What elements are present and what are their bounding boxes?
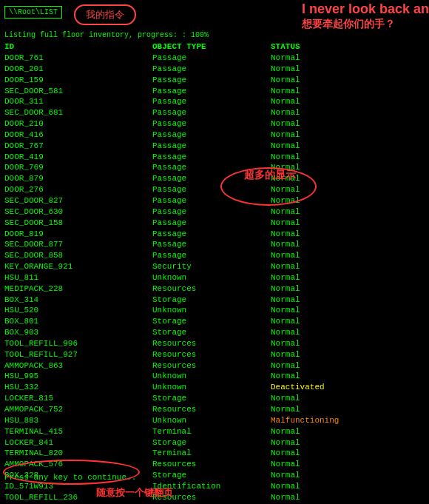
row-id: LOCKER_841: [4, 437, 152, 448]
header-type: OBJECT TYPE: [152, 42, 271, 51]
table-row: DOOR_276PassageNormal: [4, 184, 425, 195]
row-type: Storage: [152, 437, 271, 448]
row-id: HSU_332: [4, 382, 152, 393]
table-row: SEC_DOOR_877PassageNormal: [4, 239, 425, 250]
row-type: Unknown: [152, 382, 271, 393]
row-status: Normal: [271, 492, 359, 503]
row-type: Passage: [152, 152, 271, 163]
row-type: Storage: [152, 393, 271, 404]
row-type: Resources: [152, 338, 271, 349]
row-status: Normal: [271, 272, 359, 283]
table-row: DOOR_769PassageNormal: [4, 162, 425, 173]
row-type: Storage: [152, 470, 271, 481]
row-id: TOOL_REFILL_927: [4, 349, 152, 360]
status-line: Listing full floor inventory, progress: …: [0, 31, 429, 39]
table-row: DOOR_879PassageNormal: [4, 173, 425, 184]
row-id: AMMOPACK_752: [4, 404, 152, 415]
table-row: SEC_DOOR_158PassageNormal: [4, 218, 425, 229]
row-status: Normal: [271, 152, 359, 163]
row-type: Passage: [152, 118, 271, 130]
table-row: SEC_DOOR_581PassageNormal: [4, 86, 425, 97]
row-type: Security: [152, 261, 271, 272]
row-type: Passage: [152, 184, 271, 195]
table-row: SEC_DOOR_858PassageNormal: [4, 250, 425, 261]
row-type: Passage: [152, 53, 271, 64]
row-status: Normal: [271, 459, 359, 470]
table-row: DOOR_419PassageNormal: [4, 152, 425, 163]
root-list-button[interactable]: \\Root\LIST: [4, 6, 62, 19]
row-type: Passage: [152, 173, 271, 184]
row-status: Normal: [271, 393, 359, 404]
row-type: Passage: [152, 206, 271, 218]
row-id: AMMOPACK_576: [4, 459, 152, 470]
row-id: HSU_883: [4, 415, 152, 426]
press-any-annotation: 随意按一个键翻页: [96, 486, 173, 500]
row-type: Unknown: [152, 272, 271, 283]
row-id: DOOR_210: [4, 118, 152, 130]
row-type: Terminal: [152, 426, 271, 437]
right-line1: I never look back an: [302, 1, 429, 18]
table-row: SEC_DOOR_630PassageNormal: [4, 206, 425, 218]
table-row: TOOL_REFILL_927ResourcesNormal: [4, 349, 425, 360]
row-id: DOOR_311: [4, 96, 152, 107]
row-id: MEDIPACK_228: [4, 283, 152, 295]
row-status: Normal: [271, 470, 359, 481]
row-type: Unknown: [152, 415, 271, 426]
row-status: Normal: [271, 250, 359, 261]
row-type: Resources: [152, 360, 271, 372]
row-status: Normal: [271, 53, 359, 64]
right-line2: 想要牵起你们的手？: [302, 18, 429, 30]
row-type: Passage: [152, 229, 271, 240]
row-id: SEC_DOOR_681: [4, 107, 152, 118]
row-id: BOX_903: [4, 327, 152, 338]
row-type: Passage: [152, 96, 271, 107]
table-row: TERMINAL_415TerminalNormal: [4, 426, 425, 437]
row-status: Normal: [271, 404, 359, 415]
row-status: Normal: [271, 75, 359, 86]
my-command-bubble: 我的指令: [74, 4, 136, 25]
row-status: Normal: [271, 239, 359, 250]
row-type: Passage: [152, 239, 271, 250]
row-type: Passage: [152, 130, 271, 141]
row-type: Resources: [152, 283, 271, 295]
table-row: DOOR_311PassageNormal: [4, 96, 425, 107]
table-row: AMMOPACK_576ResourcesNormal: [4, 459, 425, 470]
table-row: HSU_520UnknownNormal: [4, 305, 425, 316]
row-status: Normal: [271, 195, 359, 206]
table-row: MEDIPACK_228ResourcesNormal: [4, 283, 425, 295]
top-bar: \\Root\LIST 我的指令 I never look back an 想要…: [0, 0, 429, 31]
row-type: Passage: [152, 75, 271, 86]
header-status: STATUS: [271, 42, 359, 51]
table-row: SEC_DOOR_827PassageNormal: [4, 195, 425, 206]
inventory-table: ID OBJECT TYPE STATUS DOOR_761PassageNor…: [0, 42, 429, 504]
table-row: TERMINAL_820TerminalNormal: [4, 448, 425, 459]
row-type: Passage: [152, 107, 271, 118]
row-status: Normal: [271, 64, 359, 75]
row-id: LOCKER_815: [4, 393, 152, 404]
row-status: Normal: [271, 481, 359, 492]
row-type: Storage: [152, 316, 271, 327]
row-id: DOOR_767: [4, 141, 152, 152]
row-type: Passage: [152, 195, 271, 206]
row-status: Normal: [271, 96, 359, 107]
table-row: SEC_DOOR_681PassageNormal: [4, 107, 425, 118]
row-id: DOOR_419: [4, 152, 152, 163]
row-id: DOOR_416: [4, 130, 152, 141]
row-type: Passage: [152, 64, 271, 75]
table-rows: DOOR_761PassageNormalDOOR_201PassageNorm…: [4, 53, 425, 504]
row-type: Storage: [152, 295, 271, 306]
row-status: Normal: [271, 107, 359, 118]
row-id: BOX_801: [4, 316, 152, 327]
row-status: Normal: [271, 448, 359, 459]
row-id: AMMOPACK_863: [4, 360, 152, 372]
row-status: Normal: [271, 283, 359, 295]
row-status: Normal: [271, 184, 359, 195]
row-id: HSU_811: [4, 272, 152, 283]
row-type: Resources: [152, 404, 271, 415]
row-status: Normal: [271, 305, 359, 316]
row-status: Normal: [271, 437, 359, 448]
row-id: DOOR_276: [4, 184, 152, 195]
row-type: Passage: [152, 86, 271, 97]
row-status: Normal: [271, 295, 359, 306]
table-row: ID_571W913IdentificationNormal: [4, 481, 425, 492]
